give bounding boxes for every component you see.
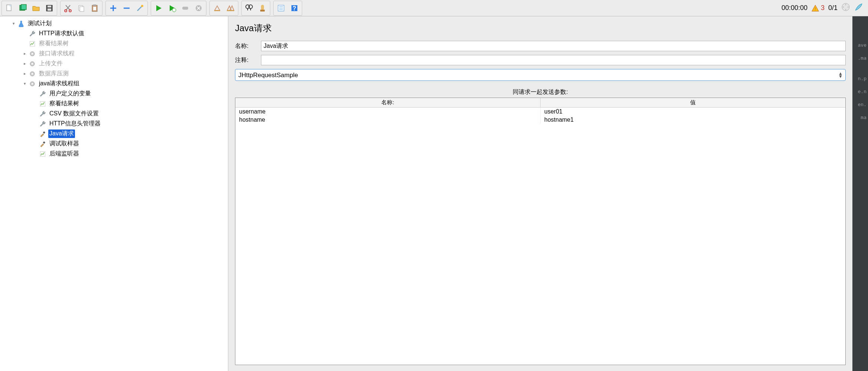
warning-indicator[interactable]: ! 3 (811, 4, 825, 12)
tree-node[interactable]: 察看结果树 (0, 39, 228, 49)
svg-point-31 (32, 53, 33, 55)
svg-rect-1 (10, 5, 11, 6)
expand-button[interactable] (107, 2, 120, 14)
svg-text:?: ? (293, 5, 296, 12)
svg-rect-16 (182, 7, 188, 10)
flask-icon (17, 20, 25, 28)
gear-icon (28, 70, 36, 78)
svg-point-8 (69, 10, 71, 12)
svg-rect-10 (80, 7, 84, 12)
thread-count: 0/1 (828, 4, 838, 12)
comment-input[interactable] (261, 55, 846, 65)
toggle-button[interactable] (133, 2, 147, 14)
svg-point-7 (65, 10, 67, 12)
name-input[interactable] (261, 41, 846, 51)
cut-button[interactable] (61, 2, 75, 14)
chart-icon (39, 100, 47, 108)
svg-rect-5 (48, 6, 51, 7)
comment-label: 注释: (235, 56, 255, 64)
svg-point-35 (32, 73, 33, 75)
clear-all-button[interactable] (224, 2, 237, 14)
svg-rect-22 (261, 5, 264, 10)
gear-icon (28, 60, 36, 68)
tree-root[interactable]: ▾ 测试计划 (0, 19, 228, 29)
paste-button[interactable] (88, 2, 101, 14)
tree-node[interactable]: Java请求 (0, 129, 228, 139)
tree-node[interactable]: ▸上传文件 (0, 59, 228, 69)
gear-icon (28, 80, 36, 88)
start-no-timers-button[interactable] (165, 2, 179, 14)
side-editor-strip: ave.man.pe.nen.ma (852, 16, 868, 371)
dropper-icon (39, 130, 47, 138)
tree-node[interactable]: ▸接口请求线程 (0, 49, 228, 59)
panel-title: Java请求 (235, 22, 846, 34)
tree-node[interactable]: 后端监听器 (0, 149, 228, 159)
run-indicator-icon (841, 3, 850, 13)
svg-rect-40 (43, 141, 45, 144)
params-section-title: 同请求一起发送参数: (235, 88, 846, 96)
tree-node[interactable]: 察看结果树 (0, 99, 228, 109)
wrench-icon (39, 90, 47, 98)
collapse-button[interactable] (120, 2, 133, 14)
wrench-icon (39, 120, 47, 128)
chart-icon (28, 40, 36, 48)
wrench-icon (28, 30, 36, 38)
svg-rect-6 (48, 9, 51, 11)
svg-rect-12 (93, 4, 96, 6)
tree-node[interactable]: ▾java请求线程组 (0, 79, 228, 89)
tree-node[interactable]: ▸数据库压测 (0, 69, 228, 79)
tree-node[interactable]: HTTP请求默认值 (0, 29, 228, 39)
svg-rect-3 (21, 4, 26, 10)
start-button[interactable] (152, 2, 165, 14)
save-button[interactable] (43, 2, 56, 14)
params-table[interactable]: 名称: 值 usernameuser01hostnamehostname1 (235, 98, 846, 365)
svg-rect-23 (260, 10, 265, 12)
tree-pane[interactable]: ▾ 测试计划 HTTP请求默认值察看结果树▸接口请求线程▸上传文件▸数据库压测▾… (0, 16, 228, 371)
svg-point-15 (172, 8, 176, 12)
wrench-icon (39, 110, 47, 118)
col-value-header[interactable]: 值 (541, 98, 845, 107)
function-helper-button[interactable] (274, 2, 288, 14)
reset-search-button[interactable] (256, 2, 269, 14)
table-row[interactable]: usernameuser01 (235, 108, 845, 116)
col-name-header[interactable]: 名称: (235, 98, 541, 107)
svg-point-37 (32, 83, 33, 85)
open-button[interactable] (29, 2, 43, 14)
svg-rect-19 (227, 10, 234, 11)
chart-icon (39, 150, 47, 158)
svg-rect-18 (214, 10, 220, 11)
warning-icon: ! (811, 4, 819, 12)
stop-button[interactable] (179, 2, 192, 14)
svg-point-14 (141, 5, 143, 7)
classname-select[interactable]: JHttpRequestSample (235, 69, 846, 81)
new-file-button[interactable] (3, 2, 16, 14)
content-pane: Java请求 名称: 注释: JHttpRequestSample ▲▼ 同请求… (228, 16, 852, 371)
templates-button[interactable] (16, 2, 29, 14)
svg-point-33 (32, 63, 33, 65)
help-button[interactable]: ? (288, 2, 301, 14)
svg-text:!: ! (815, 7, 816, 11)
feather-icon[interactable] (854, 2, 864, 14)
dropper-icon (39, 140, 47, 148)
search-button[interactable] (242, 2, 256, 14)
toolbar: ? 00:00:00 ! 3 0/1 (0, 0, 868, 16)
name-label: 名称: (235, 42, 255, 50)
tree-node[interactable]: 用户定义的变量 (0, 89, 228, 99)
tree-node[interactable]: 调试取样器 (0, 139, 228, 149)
svg-rect-13 (93, 7, 96, 10)
clear-button[interactable] (211, 2, 224, 14)
copy-button[interactable] (75, 2, 88, 14)
elapsed-time: 00:00:00 (781, 4, 807, 12)
tree-node[interactable]: HTTP信息头管理器 (0, 119, 228, 129)
gear-icon (28, 50, 36, 58)
table-row[interactable]: hostnamehostname1 (235, 116, 845, 124)
shutdown-button[interactable] (192, 2, 205, 14)
tree-node[interactable]: CSV 数据文件设置 (0, 109, 228, 119)
svg-rect-39 (43, 131, 45, 134)
